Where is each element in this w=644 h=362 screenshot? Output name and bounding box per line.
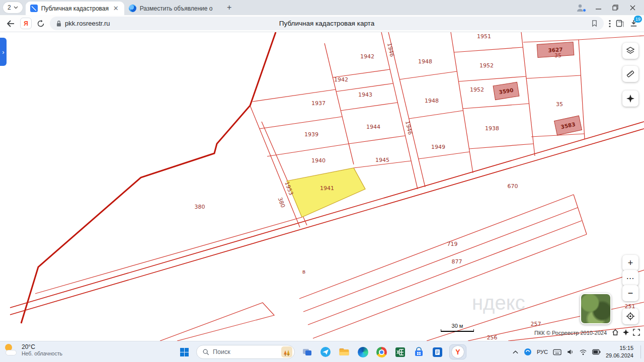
parcel-label-1946: 1946 [404,120,414,135]
clock[interactable]: 15:15 29.06.2024 [606,344,633,359]
scale-label: 30 м [441,323,474,329]
taskbar-search[interactable]: Поиск [196,345,295,359]
messenger-icon[interactable] [319,345,332,358]
parcel-label-257: 257 [531,321,541,327]
parcel-label-1946: 1946 [386,42,395,57]
battery-icon[interactable] [592,349,601,355]
weather-temperature: 20°C [22,343,62,350]
selected-parcel-1941[interactable] [287,168,365,217]
layer-preview-thumbnail[interactable] [580,293,611,324]
map-watermark: ндекс [472,292,525,314]
my-location-button[interactable] [622,308,638,324]
scale-line [441,329,474,332]
address-bar[interactable]: pkk.rosreestr.ru Публичная кадастровая к… [50,17,604,30]
keyboard-icon[interactable] [553,349,561,355]
browser-toolbar: Я pkk.rosreestr.ru Публичная кадастровая… [0,15,644,32]
tray-time: 15:15 [606,344,633,352]
parcel-label-1952: 1952 [470,86,484,93]
url-text[interactable]: pkk.rosreestr.ru [65,20,110,27]
tab-close-icon[interactable]: ✕ [112,5,120,12]
tray-chevron-up-icon[interactable] [512,350,519,354]
parcel-label-1952: 1952 [479,62,494,69]
app-icon-blue[interactable] [431,345,444,358]
parcel-label-1951: 1951 [477,33,491,40]
yandex-home-button[interactable]: Я [20,18,32,29]
minimize-button[interactable] [595,4,602,11]
weather-condition: Неб. облачность [22,350,62,356]
close-button[interactable] [629,4,636,11]
parcel-label-1945: 1945 [375,157,389,163]
tray-date: 29.06.2024 [606,352,633,359]
fullscreen-icon[interactable] [633,329,640,336]
language-indicator[interactable]: РУС [537,349,548,355]
refresh-button[interactable] [37,20,45,28]
store-icon[interactable] [412,345,425,358]
parcel-label-1942: 1942 [360,53,374,60]
parcel-label-1943: 1943 [358,92,372,98]
chrome-browser-icon[interactable] [375,345,388,358]
layers-icon [626,46,635,55]
windows-taskbar: 20°C Неб. облачность Поиск [0,341,644,362]
yandex-browser-icon[interactable]: Y [449,344,466,359]
page-title: Публичная кадастровая карта [50,20,604,27]
ruler-icon [626,69,635,78]
weather-icon [4,343,18,356]
search-placeholder: Поиск [213,348,278,355]
start-button[interactable] [178,345,191,358]
tab-title: Публичная кадастровая карта [41,5,109,12]
lock-icon [56,20,62,27]
parcel-label-1941: 1941 [320,185,334,192]
cadastral-map[interactable]: 362735903583 195119421946194819523519421… [0,32,644,341]
browser-tabstrip: 2 Публичная кадастровая карта ✕ Размести… [0,0,644,15]
excel-icon[interactable] [393,345,407,358]
tab-cadastral-map[interactable]: Публичная кадастровая карта ✕ [26,2,124,15]
maximize-button[interactable] [612,4,619,11]
bookmark-flag-icon[interactable] [591,20,598,27]
back-button[interactable] [6,20,15,28]
parcel-label-1942: 1942 [334,76,348,83]
edge-browser-icon[interactable] [356,345,369,358]
search-highlight-thumbnail[interactable] [281,346,292,357]
file-explorer-icon[interactable] [338,345,351,358]
map-scale: 30 м [441,323,474,332]
new-tab-button[interactable]: + [223,1,236,14]
identify-button[interactable] [622,90,638,107]
parcel-label-35: 35 [556,101,563,108]
map-attribution: ПКК © Росреестр 2010-2024 [534,330,607,336]
tab-title: Разместить объявление о [140,5,218,12]
network-icon[interactable] [579,349,587,355]
ads-tab-favicon-icon [129,5,136,12]
more-tools-button[interactable]: ⋯ [622,270,638,286]
tab-post-ad[interactable]: Разместить объявление о [124,2,223,15]
parcel-label-1939: 1939 [304,131,318,138]
ruler-button[interactable] [622,66,638,82]
parcel-label-670: 670 [508,183,518,190]
parcel-label-1948: 1948 [418,58,432,65]
parcel-label-256: 256 [487,334,498,341]
chevron-down-icon [14,6,18,9]
show-desktop-button[interactable] [640,345,641,358]
navigation-icon[interactable] [622,329,629,336]
windows-logo-icon [180,348,189,356]
profile-icon[interactable] [576,4,585,12]
home-icon[interactable] [612,329,619,336]
zoom-out-button[interactable]: − [622,285,638,301]
search-icon [202,348,209,355]
tab-group-count: 2 [8,4,11,11]
parcel-label-380: 380 [277,197,286,209]
tray-app-icon[interactable] [524,348,532,356]
downloads-badge: 19 [634,16,642,23]
parcel-label-1937: 1937 [311,100,326,107]
parcel-label-380: 380 [195,204,205,210]
weather-widget[interactable]: 20°C Неб. облачность [4,343,62,356]
tab-group-counter[interactable]: 2 [3,2,23,13]
volume-icon[interactable] [567,348,574,355]
downloads-button[interactable]: 19 [629,19,638,28]
collections-icon[interactable] [616,20,624,28]
task-view-icon[interactable] [300,345,313,358]
layers-button[interactable] [622,43,638,59]
compass-icon [626,94,635,103]
sidebar-toggle[interactable]: › [0,38,7,66]
zoom-in-button[interactable]: + [622,255,638,271]
menu-kebab-icon[interactable] [609,20,611,28]
